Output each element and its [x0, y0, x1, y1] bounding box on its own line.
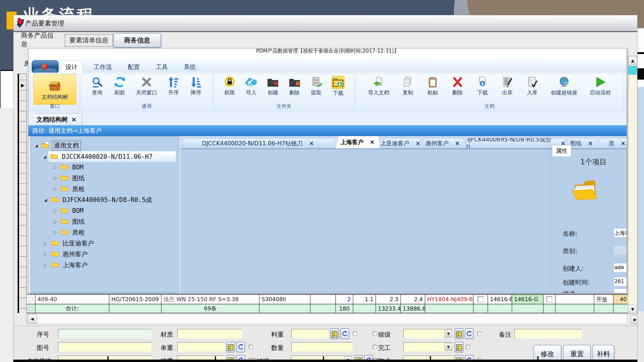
ribbon-button[interactable]: 提取	[310, 74, 322, 96]
ribbon-button[interactable]: 导入	[245, 74, 258, 96]
grid-cell[interactable]: 13886.8	[401, 304, 425, 313]
grid-cell[interactable]	[544, 304, 556, 313]
grid-row-selector[interactable]	[19, 308, 27, 313]
tree-item[interactable]: DJCCK4400020-N/D11.06-H7	[48, 151, 176, 162]
tree-collapsed-icon[interactable]	[53, 174, 57, 182]
grid-cell[interactable]	[474, 304, 488, 313]
pdm-menu-tab[interactable]: 系统	[179, 61, 201, 73]
pdm-menu-tab[interactable]: 设计	[60, 60, 82, 73]
form-field-enable-checkbox[interactable]	[373, 332, 377, 336]
tree-item-label[interactable]: 通用文档	[52, 141, 81, 151]
grid-cell[interactable]: 法兰 WN 25-150 RF S=3.38	[162, 295, 260, 304]
checklist-button[interactable]	[455, 329, 464, 339]
grid-row-indicator-cell[interactable]	[27, 304, 36, 313]
dropdown-button[interactable]: ▼	[444, 343, 452, 351]
grid-row-selector[interactable]	[19, 74, 27, 80]
grid-row-selector[interactable]	[19, 132, 27, 142]
tree-item-label[interactable]: BOM	[71, 163, 85, 171]
grid-cell[interactable]: 合计:	[36, 304, 110, 313]
grid-cell[interactable]	[488, 304, 512, 313]
form-extra-checkbox[interactable]	[478, 332, 482, 336]
tree-item-label[interactable]: DJCCK4400020-N/D11.06-H7	[60, 153, 154, 160]
grid-cell[interactable]: HY1804-NJ409-B	[425, 295, 474, 304]
tree-item-label[interactable]: BOM	[71, 207, 85, 215]
ribbon-button[interactable]: 启动流程	[590, 74, 611, 96]
tree-collapsed-icon[interactable]	[53, 207, 57, 214]
grid-row-selector[interactable]	[19, 246, 27, 257]
vscroll-thumb[interactable]	[628, 66, 637, 74]
ribbon-button[interactable]: 升序	[167, 74, 180, 96]
grid-cell[interactable]	[556, 304, 594, 313]
ribbon-button[interactable]: 权限	[223, 74, 236, 96]
pdm-menu-tab[interactable]: 配置	[123, 61, 145, 73]
checklist-button[interactable]	[226, 342, 235, 352]
grid-cell[interactable]	[474, 295, 488, 304]
tree-item[interactable]: 上海客户	[32, 260, 89, 270]
ribbon-button[interactable]: 粘贴	[426, 74, 439, 96]
property-value[interactable]: 201	[614, 277, 627, 286]
grid-cell[interactable]	[310, 304, 336, 313]
tab-business-info[interactable]: 商务信息	[113, 33, 161, 47]
tree-item-label[interactable]: 质检	[71, 185, 86, 194]
grid-cell[interactable]	[512, 304, 544, 313]
tree-collapsed-icon[interactable]	[53, 218, 57, 225]
grid-row-selector[interactable]	[19, 173, 27, 184]
document-tab[interactable]: DJCCK4400020-N/D11.06-H7钻铣刀×	[180, 138, 335, 149]
ribbon-button[interactable]: 关闭窗口	[136, 74, 157, 96]
form-extra-checkbox[interactable]	[466, 345, 470, 349]
scroll-up-button[interactable]: ▲	[628, 56, 637, 65]
grid-hscrollbar[interactable]	[27, 314, 627, 324]
grid-cell[interactable]: 40	[614, 295, 629, 304]
grid-cell[interactable]: 409-40	[36, 295, 110, 304]
tree-item[interactable]: 质检	[32, 184, 86, 194]
tree-item-label[interactable]: 质检	[71, 228, 86, 237]
scroll-left-button[interactable]: ◀	[27, 314, 37, 323]
document-tab[interactable]: 惠州客户×	[421, 138, 464, 149]
form-field-input[interactable]	[514, 329, 582, 339]
tab-element-list-info[interactable]: 要素清单信息	[65, 34, 113, 46]
form-field-input[interactable]	[291, 342, 353, 352]
pdm-titlebar[interactable]: PDM产品数据管理【授权于泰德合业(到期时间:2017-12-31)】	[28, 48, 626, 59]
pdm-menu-tab[interactable]: 工作流	[89, 61, 117, 73]
tree-item-label[interactable]: 上海客户	[61, 261, 89, 270]
grid-cell[interactable]	[556, 295, 594, 304]
tree-item[interactable]: BOM	[32, 205, 85, 216]
grid-cell[interactable]: 1.1	[353, 295, 376, 304]
tree-collapsed-icon[interactable]	[53, 185, 57, 193]
tree-item[interactable]: 比亚迪客户	[32, 238, 96, 249]
ribbon-button[interactable]: 创建超链接	[551, 74, 577, 96]
grid-cell[interactable]	[353, 304, 376, 313]
grid-cell[interactable]: 2	[336, 295, 353, 304]
property-value[interactable]	[614, 246, 627, 255]
tree-item-label[interactable]: DJFCK4400695-N/D8-R0.5成	[61, 195, 153, 204]
tree-collapsed-icon[interactable]	[44, 251, 47, 258]
grid-row-selector[interactable]	[19, 256, 27, 267]
ribbon-button[interactable]: 下载	[332, 74, 344, 97]
pdm-menu-tab[interactable]: 工具	[151, 61, 173, 73]
grid-row-selector[interactable]	[19, 121, 27, 132]
tree-item-label[interactable]: 比亚迪客户	[61, 239, 96, 248]
tree-item[interactable]: BOM	[32, 162, 85, 173]
grid-row-selector[interactable]	[19, 225, 27, 236]
tab-close-icon[interactable]: ×	[620, 140, 626, 147]
tree-item-label[interactable]: 惠州客户	[61, 250, 89, 259]
tab-business-product-info[interactable]: 商务产品信息	[21, 34, 60, 46]
grid-row-selector[interactable]: ▶	[19, 80, 27, 90]
view-tab-close-icon[interactable]: ×	[71, 116, 76, 123]
grid-row-selector[interactable]	[19, 153, 27, 163]
ribbon-button[interactable]: 出库	[501, 74, 514, 96]
grid-row-selector[interactable]	[19, 111, 27, 122]
document-tab[interactable]: 上海客户×	[335, 136, 380, 149]
tab-close-icon[interactable]: ×	[455, 140, 460, 147]
scroll-down-button[interactable]: ▼	[628, 305, 637, 314]
document-tab[interactable]: 比亚迪客户×	[380, 138, 421, 149]
ribbon-button[interactable]: 删除	[451, 74, 464, 96]
tree-item[interactable]: DJFCK4400695-N/D8-R0.5成	[32, 195, 153, 205]
grid-row-selector[interactable]	[19, 298, 27, 309]
property-value[interactable]: 上海客户	[614, 228, 627, 238]
grid-cell[interactable]	[425, 304, 474, 313]
checklist-button[interactable]	[455, 342, 464, 352]
tree-expanded-icon[interactable]	[34, 142, 38, 149]
grid-row-selector[interactable]	[19, 101, 27, 111]
grid-cell[interactable]	[544, 295, 556, 304]
